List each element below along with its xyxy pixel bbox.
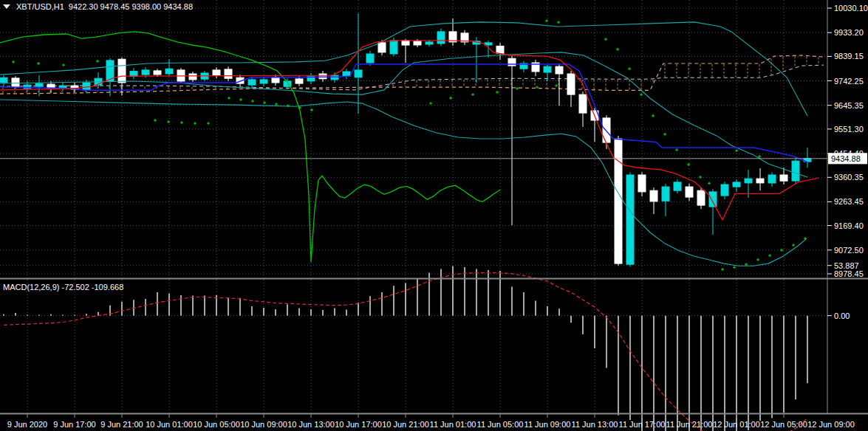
price-axis-label: 9169.40: [834, 221, 864, 230]
time-axis-label: 11 Jun 13:00: [572, 420, 618, 429]
price-axis-label: 9360.35: [834, 173, 864, 182]
candle: [792, 158, 799, 185]
price-axis-label: 8978.45: [834, 269, 864, 278]
time-axis-label: 9 Jun 2020: [7, 420, 47, 429]
macd-indicator-label: MACD(12,26,9) -72.502 -109.668: [3, 283, 123, 292]
price-axis-label: 9551.30: [834, 125, 864, 134]
price-axis-label: 10030.10: [834, 4, 868, 13]
time-axis-label: 9 Jun 21:00: [100, 420, 143, 429]
symbol-period-label: XBT/USD,H1: [16, 2, 64, 11]
time-axis-label: 11 Jun 17:00: [619, 420, 666, 429]
time-axis-label: 12 Jun 09:00: [807, 420, 855, 429]
price-axis-label: 9839.15: [834, 52, 864, 61]
price-axis-label: 9742.25: [834, 77, 864, 86]
time-axis-label: 10 Jun 17:00: [335, 420, 382, 429]
price-axis-label: 9263.45: [834, 197, 864, 206]
macd-axis-label: 53.887: [834, 261, 859, 270]
time-axis-label: 12 Jun 01:00: [713, 420, 760, 429]
time-axis-label: 11 Jun 21:00: [666, 420, 713, 429]
current-price-tag-text: 9434.88: [831, 154, 861, 163]
time-axis-label: 10 Jun 01:00: [146, 420, 193, 429]
candle: [615, 136, 622, 266]
time-axis-label: 10 Jun 13:00: [287, 420, 335, 429]
time-axis-label: 10 Jun 09:00: [240, 420, 287, 429]
terminal-chart-window: 10030.109933.209839.159742.259645.359551…: [0, 0, 868, 431]
time-axis-label: 10 Jun 21:00: [382, 420, 429, 429]
chart-title: XBT/USD,H1 9422.30 9478.45 9398.00 9434.…: [3, 2, 193, 11]
time-axis-label: 11 Jun 01:00: [430, 420, 476, 429]
candle: [626, 172, 634, 266]
time-axis-label: 12 Jun 05:00: [760, 420, 807, 429]
chart-canvas[interactable]: 10030.109933.209839.159742.259645.359551…: [0, 0, 868, 431]
ohlc-values: 9422.30 9478.45 9398.00 9434.88: [69, 2, 193, 11]
price-axis-label: 9645.35: [834, 101, 864, 110]
time-axis-label: 11 Jun 09:00: [524, 420, 571, 429]
time-axis-label: 11 Jun 05:00: [477, 420, 524, 429]
price-axis-label: 9072.50: [834, 246, 864, 255]
time-axis-label: 10 Jun 05:00: [193, 420, 240, 429]
price-axis-label: 9933.20: [834, 28, 864, 37]
macd-axis-label: 0.00: [834, 311, 850, 320]
time-axis-label: 9 Jun 17:00: [53, 420, 96, 429]
symbol-dropdown-icon[interactable]: [3, 4, 10, 9]
